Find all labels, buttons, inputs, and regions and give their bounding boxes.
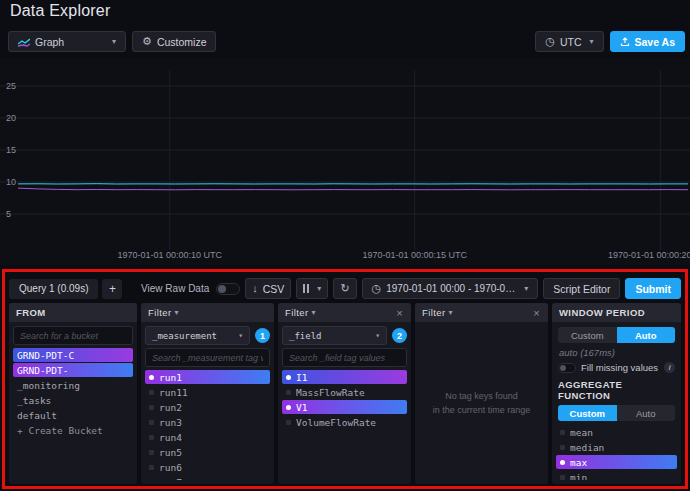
measurement-search-input[interactable]	[145, 348, 270, 367]
selection-dot	[149, 435, 154, 440]
from-panel: FROM GRND-PDT-CGRND-PDT-_monitoring_task…	[9, 303, 137, 484]
list-item-label: default	[17, 410, 57, 421]
chevron-down-icon: ▾	[590, 37, 594, 46]
filter-panel-field: Filter ▾ × _field ▾ 2 I1MassFlowRateV1Vo…	[278, 303, 411, 484]
svg-text:10: 10	[6, 177, 16, 187]
tag-value-item[interactable]: run4	[145, 430, 270, 444]
window-custom-button[interactable]: Custom	[558, 327, 617, 343]
bucket-item[interactable]: GRND-PDT-C	[13, 348, 133, 362]
svg-text:5: 5	[6, 209, 11, 219]
aggregate-function-item[interactable]: min	[556, 470, 677, 480]
tag-value-item[interactable]: run1	[145, 370, 270, 384]
svg-text:15: 15	[6, 145, 16, 155]
aggregate-custom-button[interactable]: Custom	[558, 405, 617, 421]
filter-type-dropdown[interactable]: Filter ▾ ×	[415, 303, 548, 322]
tag-value-item[interactable]: V1	[282, 400, 407, 414]
time-series-chart[interactable]: 1970-01-01 00:00:10 UTC1970-01-01 00:00:…	[0, 58, 690, 265]
aggregate-function-item[interactable]: max	[556, 455, 677, 469]
csv-download-button[interactable]: ↓ CSV	[245, 278, 291, 299]
timezone-dropdown[interactable]: ◷ UTC ▾	[535, 31, 603, 52]
svg-text:1970-01-01 00:00:20 UTC: 1970-01-01 00:00:20 UTC	[608, 250, 690, 260]
tag-value-item[interactable]: VolumeFlowRate	[282, 415, 407, 429]
time-range-dropdown[interactable]: ◷ 1970-01-01 00:00 - 1970-01-01 0… ▾	[362, 278, 539, 299]
view-raw-data-toggle[interactable]	[216, 283, 240, 295]
gear-icon: ⚙	[142, 36, 152, 47]
clock-icon: ◷	[545, 36, 555, 47]
customize-button[interactable]: ⚙ Customize	[132, 31, 216, 52]
refresh-button[interactable]: ↻	[333, 278, 356, 299]
list-item-label: GRND-PDT-C	[17, 350, 74, 361]
fill-missing-toggle[interactable]	[558, 363, 576, 373]
aggregate-function-list: meanmedianmaxminsumderivative	[556, 425, 677, 480]
tag-value-item[interactable]: run11	[145, 385, 270, 399]
chevron-down-icon: ▾	[112, 37, 116, 46]
bucket-item[interactable]: _monitoring	[13, 378, 133, 392]
list-item-label: max	[570, 457, 587, 468]
submit-label: Submit	[635, 283, 671, 295]
list-item-label: MassFlowRate	[296, 387, 365, 398]
tag-value-item[interactable]: MassFlowRate	[282, 385, 407, 399]
pause-dropdown-button[interactable]: ▾	[296, 278, 328, 299]
tag-key-label: _field	[289, 331, 322, 341]
query-builder-section: Query 1 (0.09s) + View Raw Data ↓ CSV ▾ …	[2, 269, 688, 489]
query-actions: View Raw Data ↓ CSV ▾ ↻ ◷ 1970-01-01 00:…	[141, 278, 681, 299]
selection-dot	[286, 405, 291, 410]
window-auto-button[interactable]: Auto	[617, 327, 676, 343]
view-type-dropdown[interactable]: Graph ▾	[8, 31, 126, 52]
options-panel: WINDOW PERIOD Custom Auto auto (167ms) F…	[552, 303, 681, 484]
window-period-mode-toggle: Custom Auto	[558, 327, 675, 343]
svg-text:25: 25	[6, 81, 16, 91]
aggregate-function-item[interactable]: mean	[556, 425, 677, 439]
bucket-search-input[interactable]	[13, 326, 133, 345]
window-period-title: WINDOW PERIOD	[559, 307, 645, 318]
tag-value-item[interactable]: I1	[282, 370, 407, 384]
empty-state-message: No tag keys found in the current time ra…	[433, 389, 531, 418]
list-item-label: min	[570, 472, 587, 481]
svg-text:1970-01-01 00:00:10 UTC: 1970-01-01 00:00:10 UTC	[117, 250, 222, 260]
tag-value-item[interactable]: run6	[145, 460, 270, 474]
selection-dot	[560, 475, 565, 480]
list-item-label: _tasks	[17, 395, 51, 406]
bucket-item[interactable]: + Create Bucket	[13, 423, 133, 437]
tag-value-item[interactable]: run5	[145, 445, 270, 459]
selection-dot	[560, 430, 565, 435]
chevron-down-icon: ▾	[524, 284, 528, 293]
bucket-item[interactable]: GRND-PDT-	[13, 363, 133, 377]
filter-type-dropdown[interactable]: Filter ▾ ×	[278, 303, 411, 322]
field-list: I1MassFlowRateV1VolumeFlowRate	[282, 370, 407, 429]
tag-key-label: _measurement	[152, 331, 217, 341]
aggregate-function-item[interactable]: median	[556, 440, 677, 454]
graph-icon	[18, 37, 30, 47]
list-item-label: V1	[296, 402, 307, 413]
close-filter-icon[interactable]: ×	[532, 307, 541, 319]
filter-panel-measurement: Filter ▾ _measurement ▾ 1 run1run11run2r…	[141, 303, 274, 484]
close-filter-icon[interactable]: ×	[395, 307, 404, 319]
submit-button[interactable]: Submit	[625, 278, 681, 299]
field-search-input[interactable]	[282, 348, 407, 367]
selection-dot	[149, 465, 154, 470]
bucket-item[interactable]: _tasks	[13, 393, 133, 407]
save-as-label: Save As	[635, 36, 675, 48]
list-item-label: mean	[570, 427, 593, 438]
list-item-label: VolumeFlowRate	[296, 417, 376, 428]
add-query-button[interactable]: +	[102, 279, 122, 299]
selection-dot	[560, 460, 565, 465]
from-panel-header: FROM	[9, 303, 137, 322]
save-as-button[interactable]: Save As	[610, 31, 685, 52]
bucket-item[interactable]: default	[13, 408, 133, 422]
script-editor-label: Script Editor	[553, 283, 610, 295]
selection-dot	[286, 390, 291, 395]
tag-key-dropdown[interactable]: _measurement ▾	[145, 326, 250, 345]
tag-value-item[interactable]: run2	[145, 400, 270, 414]
filter-type-label: Filter	[148, 307, 172, 318]
tag-value-item[interactable]: run7	[145, 475, 270, 480]
aggregate-auto-button[interactable]: Auto	[617, 405, 676, 421]
script-editor-button[interactable]: Script Editor	[543, 278, 620, 299]
tag-key-dropdown[interactable]: _field ▾	[282, 326, 387, 345]
query-tab[interactable]: Query 1 (0.09s)	[9, 279, 98, 299]
info-icon[interactable]: i	[664, 362, 675, 373]
filter-type-dropdown[interactable]: Filter ▾	[141, 303, 274, 322]
toggle-knob	[218, 285, 226, 293]
chevron-down-icon: ▾	[449, 308, 453, 317]
tag-value-item[interactable]: run3	[145, 415, 270, 429]
